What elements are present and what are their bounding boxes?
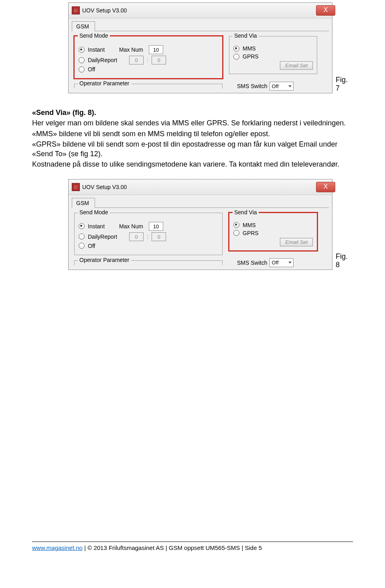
window-title: UOV Setup V3.00	[82, 184, 127, 190]
radio-off[interactable]	[79, 66, 85, 72]
group-title: Send Mode	[78, 32, 110, 39]
sms-switch-select[interactable]: Off	[270, 258, 294, 267]
radio-instant[interactable]	[79, 223, 85, 229]
radio-gprs-label: GPRS	[243, 53, 259, 60]
group-title: Send Via	[233, 32, 259, 39]
paragraph: «GPRS» bildene vil bli sendt som e-post …	[32, 139, 353, 159]
radio-gprs-label: GPRS	[243, 230, 259, 236]
maxnum-input[interactable]: 10	[149, 222, 163, 231]
radio-mms[interactable]	[233, 222, 239, 228]
paragraph: Her velger man om bildene skal sendes vi…	[32, 118, 353, 128]
window-title: UOV Setup V3.00	[82, 7, 127, 14]
daily-hour-input[interactable]: 0	[129, 232, 144, 241]
group-title: Send Mode	[78, 209, 110, 215]
titlebar: U UOV Setup V3.00 X	[69, 3, 332, 18]
radio-mms[interactable]	[233, 46, 239, 52]
radio-gprs[interactable]	[233, 230, 239, 236]
radio-mms-label: MMS	[243, 222, 256, 228]
maxnum-label: Max Num	[119, 46, 143, 53]
radio-dailyreport-label: DailyReport	[88, 234, 117, 240]
chevron-down-icon	[288, 262, 292, 264]
radio-instant-label: Instant	[88, 223, 105, 230]
maxnum-input[interactable]: 10	[149, 45, 163, 54]
footer-rule	[32, 542, 353, 542]
tab-gsm[interactable]: GSM	[72, 198, 95, 208]
body-text: «Send Via» (fig. 8). Her velger man om b…	[32, 108, 353, 169]
footer-link[interactable]: www.magasinet.no	[32, 544, 83, 551]
sms-switch-label: SMS Switch	[237, 260, 267, 266]
sms-switch-value: Off	[272, 83, 278, 89]
close-button[interactable]: X	[316, 5, 335, 16]
radio-dailyreport[interactable]	[79, 57, 85, 63]
paragraph: «MMS» bildene vil bli sendt som en MMS m…	[32, 129, 353, 139]
group-send-mode: Send Mode Instant Max Num 10 DailyReport	[74, 36, 223, 79]
footer-page: Side 5	[245, 544, 262, 551]
radio-gprs[interactable]	[233, 54, 239, 60]
app-icon: U	[72, 6, 80, 14]
sms-switch-select[interactable]: Off	[270, 82, 294, 91]
group-send-mode: Send Mode Instant Max Num 10 DailyReport	[74, 213, 223, 255]
paragraph: Kostnadene på disse to ulike sendingsmet…	[32, 159, 353, 169]
footer-copyright: © 2013 Friluftsmagasinet AS	[87, 544, 165, 551]
figure-7: U UOV Setup V3.00 X GSM Send Mode Instan…	[68, 2, 353, 93]
daily-hour-input[interactable]: 0	[129, 56, 144, 64]
radio-dailyreport[interactable]	[79, 234, 85, 240]
titlebar: U UOV Setup V3.00 X	[69, 179, 332, 195]
daily-min-input[interactable]: 0	[152, 56, 166, 64]
radio-off-label: Off	[88, 243, 95, 249]
footer-sep: |	[241, 544, 243, 551]
email-set-button[interactable]: Email Set	[280, 238, 313, 246]
radio-off[interactable]	[79, 243, 85, 249]
email-set-button[interactable]: Email Set	[280, 61, 313, 70]
page-footer: www.magasinet.no | © 2013 Friluftsmagasi…	[32, 542, 353, 551]
sms-switch-value: Off	[272, 260, 278, 266]
radio-dailyreport-label: DailyReport	[88, 57, 117, 63]
section-heading: «Send Via» (fig. 8).	[32, 109, 96, 117]
maxnum-label: Max Num	[119, 223, 143, 230]
group-title: Operator Parameter	[78, 80, 131, 87]
tab-gsm[interactable]: GSM	[72, 21, 95, 31]
group-send-via: Send Via MMS GPRS Email Set	[229, 36, 317, 74]
radio-off-label: Off	[88, 66, 95, 72]
footer-sep: |	[166, 544, 167, 551]
close-button[interactable]: X	[316, 182, 335, 192]
footer-doc: GSM oppsett UM565-SMS	[169, 544, 242, 551]
group-operator-parameter: Operator Parameter	[74, 84, 223, 89]
radio-mms-label: MMS	[243, 45, 256, 52]
uov-dialog: U UOV Setup V3.00 X GSM Send Mode Instan…	[68, 179, 332, 270]
group-operator-parameter: Operator Parameter	[74, 260, 223, 265]
radio-instant[interactable]	[79, 47, 85, 53]
figure-caption: Fig. 7	[336, 76, 353, 93]
app-icon: U	[72, 183, 80, 191]
radio-instant-label: Instant	[88, 46, 105, 53]
footer-sep: |	[83, 544, 86, 551]
figure-8: U UOV Setup V3.00 X GSM Send Mode Instan…	[68, 179, 353, 270]
group-title: Operator Parameter	[78, 257, 131, 263]
uov-dialog: U UOV Setup V3.00 X GSM Send Mode Instan…	[68, 2, 332, 93]
daily-min-input[interactable]: 0	[152, 232, 166, 241]
group-title: Send Via	[233, 209, 259, 215]
group-send-via: Send Via MMS GPRS Email Set	[229, 213, 317, 251]
figure-caption: Fig. 8	[336, 252, 353, 270]
chevron-down-icon	[288, 85, 292, 87]
sms-switch-label: SMS Switch	[237, 83, 267, 89]
